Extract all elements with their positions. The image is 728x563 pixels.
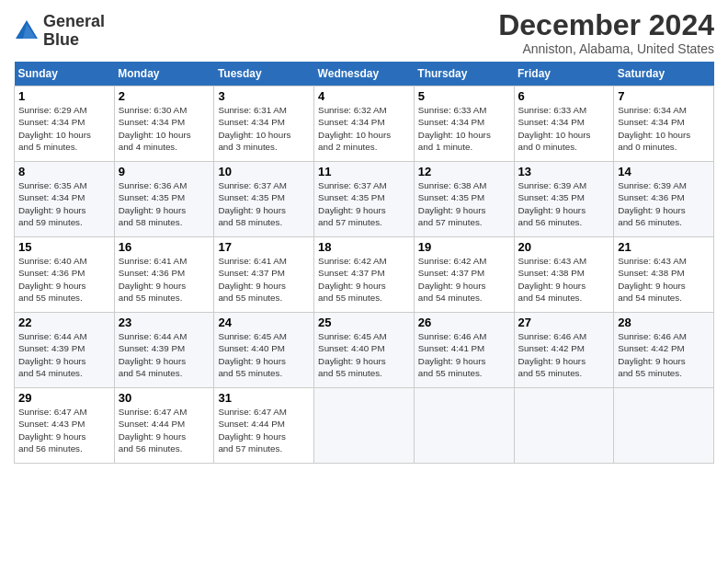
calendar-cell: 3Sunrise: 6:31 AM Sunset: 4:34 PM Daylig… — [214, 86, 314, 162]
calendar-cell: 11Sunrise: 6:37 AM Sunset: 4:35 PM Dayli… — [314, 162, 415, 237]
day-number: 9 — [119, 165, 210, 178]
weekday-header-monday: Monday — [114, 62, 214, 86]
calendar-cell: 24Sunrise: 6:45 AM Sunset: 4:40 PM Dayli… — [214, 313, 314, 388]
day-info: Sunrise: 6:35 AM Sunset: 4:34 PM Dayligh… — [18, 179, 110, 228]
calendar-cell: 19Sunrise: 6:42 AM Sunset: 4:37 PM Dayli… — [414, 237, 514, 313]
calendar-cell: 26Sunrise: 6:46 AM Sunset: 4:41 PM Dayli… — [414, 313, 514, 388]
weekday-header-row: SundayMondayTuesdayWednesdayThursdayFrid… — [15, 62, 714, 86]
calendar-week-row: 15Sunrise: 6:40 AM Sunset: 4:36 PM Dayli… — [15, 237, 714, 313]
day-info: Sunrise: 6:47 AM Sunset: 4:43 PM Dayligh… — [18, 406, 110, 454]
calendar-cell: 30Sunrise: 6:47 AM Sunset: 4:44 PM Dayli… — [114, 388, 214, 464]
day-number: 19 — [418, 240, 510, 254]
calendar-cell: 23Sunrise: 6:44 AM Sunset: 4:39 PM Dayli… — [114, 313, 214, 388]
calendar-cell: 20Sunrise: 6:43 AM Sunset: 4:38 PM Dayli… — [514, 237, 614, 313]
day-info: Sunrise: 6:46 AM Sunset: 4:41 PM Dayligh… — [418, 330, 510, 379]
calendar-cell: 18Sunrise: 6:42 AM Sunset: 4:37 PM Dayli… — [314, 237, 415, 313]
calendar-cell: 21Sunrise: 6:43 AM Sunset: 4:38 PM Dayli… — [614, 237, 714, 313]
calendar-week-row: 1Sunrise: 6:29 AM Sunset: 4:34 PM Daylig… — [15, 86, 714, 162]
day-number: 27 — [518, 316, 610, 329]
calendar-table: SundayMondayTuesdayWednesdayThursdayFrid… — [14, 62, 714, 464]
title-area: December 2024 Anniston, Alabama, United … — [498, 9, 714, 56]
day-info: Sunrise: 6:37 AM Sunset: 4:35 PM Dayligh… — [318, 179, 410, 228]
day-info: Sunrise: 6:32 AM Sunset: 4:34 PM Dayligh… — [318, 104, 410, 153]
calendar-cell — [514, 388, 614, 464]
day-number: 18 — [318, 240, 410, 254]
day-info: Sunrise: 6:29 AM Sunset: 4:34 PM Dayligh… — [18, 104, 110, 153]
day-info: Sunrise: 6:37 AM Sunset: 4:35 PM Dayligh… — [218, 179, 310, 228]
day-info: Sunrise: 6:44 AM Sunset: 4:39 PM Dayligh… — [18, 330, 110, 379]
calendar-cell — [314, 388, 415, 464]
day-number: 25 — [318, 316, 410, 329]
header: General Blue December 2024 Anniston, Ala… — [14, 9, 714, 56]
calendar-cell: 31Sunrise: 6:47 AM Sunset: 4:44 PM Dayli… — [214, 388, 314, 464]
day-info: Sunrise: 6:42 AM Sunset: 4:37 PM Dayligh… — [318, 255, 410, 304]
calendar-cell: 17Sunrise: 6:41 AM Sunset: 4:37 PM Dayli… — [214, 237, 314, 313]
weekday-header-thursday: Thursday — [414, 62, 514, 86]
day-number: 3 — [218, 89, 310, 103]
subtitle: Anniston, Alabama, United States — [498, 41, 714, 56]
weekday-header-sunday: Sunday — [15, 62, 115, 86]
weekday-header-tuesday: Tuesday — [214, 62, 314, 86]
day-info: Sunrise: 6:36 AM Sunset: 4:35 PM Dayligh… — [119, 179, 210, 228]
calendar-cell: 27Sunrise: 6:46 AM Sunset: 4:42 PM Dayli… — [514, 313, 614, 388]
day-number: 20 — [518, 240, 610, 254]
day-info: Sunrise: 6:39 AM Sunset: 4:35 PM Dayligh… — [518, 179, 610, 228]
day-number: 2 — [119, 89, 210, 103]
day-info: Sunrise: 6:47 AM Sunset: 4:44 PM Dayligh… — [218, 406, 310, 454]
day-info: Sunrise: 6:46 AM Sunset: 4:42 PM Dayligh… — [618, 330, 710, 379]
calendar-cell: 6Sunrise: 6:33 AM Sunset: 4:34 PM Daylig… — [514, 86, 614, 162]
day-info: Sunrise: 6:33 AM Sunset: 4:34 PM Dayligh… — [418, 104, 510, 153]
main-title: December 2024 — [498, 9, 714, 41]
day-info: Sunrise: 6:41 AM Sunset: 4:37 PM Dayligh… — [218, 255, 310, 304]
calendar-cell: 13Sunrise: 6:39 AM Sunset: 4:35 PM Dayli… — [514, 162, 614, 237]
day-number: 22 — [18, 316, 110, 329]
day-info: Sunrise: 6:45 AM Sunset: 4:40 PM Dayligh… — [318, 330, 410, 379]
day-info: Sunrise: 6:45 AM Sunset: 4:40 PM Dayligh… — [218, 330, 310, 379]
day-number: 14 — [618, 165, 710, 178]
calendar-cell: 2Sunrise: 6:30 AM Sunset: 4:34 PM Daylig… — [114, 86, 214, 162]
calendar-cell: 15Sunrise: 6:40 AM Sunset: 4:36 PM Dayli… — [15, 237, 115, 313]
logo-icon — [14, 18, 40, 44]
day-number: 4 — [318, 89, 410, 103]
calendar-cell: 29Sunrise: 6:47 AM Sunset: 4:43 PM Dayli… — [15, 388, 115, 464]
day-number: 17 — [218, 240, 310, 254]
calendar-cell: 28Sunrise: 6:46 AM Sunset: 4:42 PM Dayli… — [614, 313, 714, 388]
day-number: 5 — [418, 89, 510, 103]
calendar-cell: 8Sunrise: 6:35 AM Sunset: 4:34 PM Daylig… — [15, 162, 115, 237]
day-number: 10 — [218, 165, 310, 178]
day-info: Sunrise: 6:33 AM Sunset: 4:34 PM Dayligh… — [518, 104, 610, 153]
calendar-cell — [614, 388, 714, 464]
day-info: Sunrise: 6:47 AM Sunset: 4:44 PM Dayligh… — [119, 406, 210, 454]
calendar-cell: 1Sunrise: 6:29 AM Sunset: 4:34 PM Daylig… — [15, 86, 115, 162]
calendar-week-row: 8Sunrise: 6:35 AM Sunset: 4:34 PM Daylig… — [15, 162, 714, 237]
day-number: 30 — [119, 391, 210, 405]
day-info: Sunrise: 6:42 AM Sunset: 4:37 PM Dayligh… — [418, 255, 510, 304]
calendar-cell — [414, 388, 514, 464]
calendar-cell: 4Sunrise: 6:32 AM Sunset: 4:34 PM Daylig… — [314, 86, 415, 162]
day-number: 12 — [418, 165, 510, 178]
day-number: 11 — [318, 165, 410, 178]
calendar-cell: 5Sunrise: 6:33 AM Sunset: 4:34 PM Daylig… — [414, 86, 514, 162]
day-info: Sunrise: 6:39 AM Sunset: 4:36 PM Dayligh… — [618, 179, 710, 228]
page-container: General Blue December 2024 Anniston, Ala… — [0, 0, 728, 473]
logo-text-line2: Blue — [43, 31, 105, 50]
calendar-week-row: 22Sunrise: 6:44 AM Sunset: 4:39 PM Dayli… — [15, 313, 714, 388]
calendar-cell: 16Sunrise: 6:41 AM Sunset: 4:36 PM Dayli… — [114, 237, 214, 313]
logo: General Blue — [14, 13, 105, 50]
weekday-header-friday: Friday — [514, 62, 614, 86]
day-info: Sunrise: 6:44 AM Sunset: 4:39 PM Dayligh… — [119, 330, 210, 379]
day-number: 23 — [119, 316, 210, 329]
day-number: 24 — [218, 316, 310, 329]
day-info: Sunrise: 6:38 AM Sunset: 4:35 PM Dayligh… — [418, 179, 510, 228]
day-number: 29 — [18, 391, 110, 405]
day-number: 31 — [218, 391, 310, 405]
day-info: Sunrise: 6:31 AM Sunset: 4:34 PM Dayligh… — [218, 104, 310, 153]
day-info: Sunrise: 6:40 AM Sunset: 4:36 PM Dayligh… — [18, 255, 110, 304]
day-info: Sunrise: 6:41 AM Sunset: 4:36 PM Dayligh… — [119, 255, 210, 304]
day-number: 13 — [518, 165, 610, 178]
day-info: Sunrise: 6:46 AM Sunset: 4:42 PM Dayligh… — [518, 330, 610, 379]
weekday-header-saturday: Saturday — [614, 62, 714, 86]
calendar-cell: 9Sunrise: 6:36 AM Sunset: 4:35 PM Daylig… — [114, 162, 214, 237]
calendar-cell: 12Sunrise: 6:38 AM Sunset: 4:35 PM Dayli… — [414, 162, 514, 237]
day-info: Sunrise: 6:34 AM Sunset: 4:34 PM Dayligh… — [618, 104, 710, 153]
